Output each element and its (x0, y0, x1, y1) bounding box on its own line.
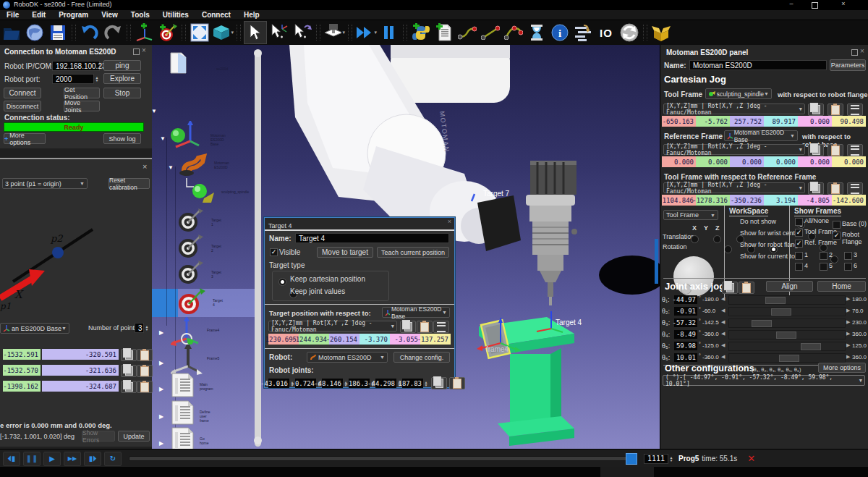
frame-1-checkbox[interactable] (795, 252, 803, 260)
calib-cell[interactable]: -1398.162 (3, 381, 41, 392)
translate-y-radio[interactable] (713, 235, 721, 243)
pose-format-dropdown[interactable]: [X,Y,Z]mm | Rot[X,Y ,Z ]deg - Fanuc/Moto… (663, 144, 805, 155)
jog-right-button[interactable]: ▶ (846, 342, 850, 348)
tree-item-target-3[interactable]: Target 3 (176, 259, 205, 288)
skip-start-button[interactable]: ⏴▮ (3, 452, 20, 466)
ping-button[interactable]: ping (103, 60, 141, 71)
visible-checkbox[interactable]: ✓ (270, 248, 278, 256)
joint-slider[interactable] (728, 318, 846, 328)
add-target-icon[interactable] (157, 22, 179, 43)
jog-right-button[interactable]: ▶ (846, 296, 850, 302)
pose-x[interactable]: 1104.846 (662, 195, 696, 206)
frame-2-checkbox[interactable] (820, 252, 827, 260)
maximize-button[interactable] (812, 2, 818, 9)
copy-button[interactable] (722, 282, 738, 294)
number-of-points-input[interactable]: 3 (135, 323, 144, 333)
move-circular-icon[interactable] (503, 22, 524, 43)
jog-left-button[interactable]: ◀ (721, 296, 725, 302)
copy-button[interactable] (400, 321, 416, 333)
menu-edit[interactable]: Edit (25, 11, 52, 19)
configuration-dropdown[interactable]: ( °)-[ -44.97°, -0.91°, -57.32°, -8.49°,… (663, 375, 865, 386)
pose-rx[interactable]: 0.000 (764, 156, 798, 167)
jog-frame-dropdown[interactable]: Tool Frame▼ (663, 210, 718, 220)
show-errors-button[interactable]: Show Errors (82, 431, 115, 442)
simulation-progress-slider[interactable] (129, 456, 637, 461)
pose-x[interactable]: 0.000 (662, 156, 696, 167)
close-button[interactable]: × (839, 0, 848, 7)
menu-help[interactable]: Help (237, 11, 266, 19)
position-ref-dropdown[interactable]: Motoman ES200D Base▼ (382, 307, 450, 318)
pose-z[interactable]: -350.236 (730, 195, 764, 206)
jog-right-button[interactable]: ▶ (846, 319, 850, 325)
more-options-button[interactable]: + More options (4, 133, 46, 144)
rotate-cursor-icon[interactable] (292, 22, 313, 43)
paste-button[interactable] (137, 381, 153, 393)
joint-value-input[interactable]: -57.32 (674, 318, 697, 327)
frame-5-checkbox[interactable] (820, 263, 827, 271)
joint-slider[interactable] (728, 330, 846, 339)
paste-button[interactable] (827, 144, 843, 156)
tree-item-program-2[interactable]: Define user frame (171, 400, 195, 429)
joint-value-input[interactable]: -0.91 (674, 307, 697, 316)
play-button[interactable]: ▶ (43, 452, 61, 466)
jog-left-button[interactable]: ◀ (721, 319, 725, 325)
pose-z[interactable]: 257.752 (730, 116, 764, 127)
select-cursor-icon[interactable] (244, 21, 267, 44)
frame-3-checkbox[interactable] (844, 252, 852, 260)
pause-button[interactable]: ❚❚ (23, 452, 41, 466)
float-panel-icon[interactable] (133, 48, 140, 55)
tool-frame-checkbox[interactable]: ✓ (795, 229, 803, 237)
pose-y[interactable]: -5.762 (696, 116, 730, 127)
frame-4-checkbox[interactable] (795, 263, 803, 271)
pose-format-dropdown[interactable]: [X,Y,Z]mm | Rot[X,Y ,Z ]deg - Fanuc/Moto… (663, 104, 805, 114)
rotate-x-radio[interactable] (724, 245, 732, 253)
format-menu-button[interactable] (847, 144, 863, 156)
tree-item-robot[interactable]: Motoman ES200D (178, 149, 208, 180)
pose-rz[interactable]: -137.257 (420, 334, 451, 345)
pose-ry[interactable]: 0.000 (798, 156, 832, 167)
get-position-button[interactable]: Get Position (64, 88, 100, 98)
pose-ry[interactable]: -4.805 (798, 195, 832, 206)
undo-icon[interactable] (79, 22, 101, 43)
copy-button[interactable] (808, 104, 824, 116)
tree-expand-arrow[interactable]: ▼ (152, 103, 157, 116)
progress-handle[interactable] (626, 453, 637, 465)
reset-calibration-button[interactable]: Reset calibration (109, 178, 150, 189)
pose-rx[interactable]: 89.917 (764, 116, 798, 127)
pose-rz[interactable]: 90.498 (832, 116, 866, 127)
copy-button[interactable] (808, 182, 824, 195)
joint-slider[interactable] (728, 342, 846, 351)
jog-right-button[interactable]: ▶ (846, 331, 850, 337)
more-options-button[interactable]: More options (818, 363, 866, 373)
jog-right-button[interactable]: ▶ (846, 308, 850, 313)
copy-button[interactable] (121, 381, 137, 393)
copy-button[interactable] (431, 377, 447, 389)
view-cube-icon[interactable]: ▾ (212, 22, 234, 43)
tree-item-program-3[interactable]: Go home (171, 426, 195, 449)
change-config-button[interactable]: Change config. (393, 352, 450, 363)
home-button[interactable]: Home (817, 281, 866, 292)
menu-program[interactable]: Program (52, 11, 95, 19)
pose-y[interactable]: -1278.316 (696, 195, 730, 206)
splitter-handle[interactable] (655, 239, 658, 284)
target-name-input[interactable]: Target 4 (295, 233, 449, 243)
calib-cell[interactable]: -321.636 (42, 365, 119, 376)
update-button[interactable]: Update (118, 431, 150, 442)
format-menu-button[interactable] (847, 182, 863, 195)
joint-input-2[interactable]: -0.724 (295, 379, 316, 388)
paste-button[interactable] (827, 104, 843, 116)
copy-button[interactable] (121, 349, 137, 361)
float-panel-icon[interactable] (851, 49, 858, 56)
joint-slider[interactable] (728, 295, 846, 305)
tree-expand-arrow[interactable]: ▶ (159, 408, 163, 421)
pose-rz[interactable]: 0.000 (832, 156, 866, 167)
replay-button[interactable]: ↻ (104, 452, 122, 466)
format-menu-button[interactable] (847, 104, 863, 116)
pose-x[interactable]: -650.163 (662, 116, 696, 127)
export-3d-icon[interactable]: ▾ (323, 22, 345, 43)
tree-scrollbar[interactable] (255, 52, 261, 447)
jog-left-button[interactable]: ◀ (721, 354, 725, 360)
set-io-icon[interactable]: IO (595, 22, 617, 43)
teach-position-button[interactable]: Teach current position (377, 247, 449, 258)
robot-name-input[interactable]: Motoman ES200D (689, 60, 827, 70)
